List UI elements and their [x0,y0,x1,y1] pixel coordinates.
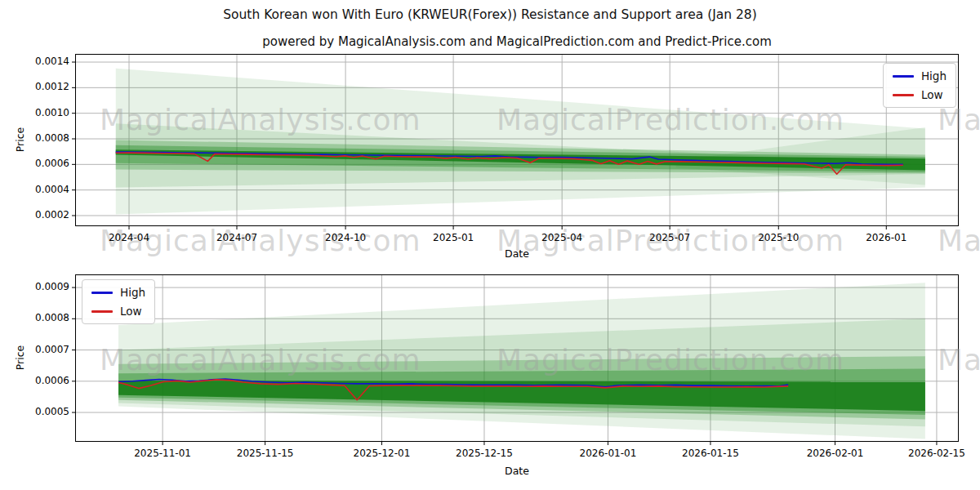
y-tick-label: 0.0009 [22,281,69,292]
x-tick-label: 2026-02-01 [807,448,864,459]
top-chart-legend: High Low [883,63,956,108]
y-tick-label: 0.0004 [22,184,69,195]
x-tick-label: 2024-07 [216,232,257,243]
y-tick-label: 0.0005 [22,406,69,417]
high-line-swatch [893,75,914,78]
legend-label-low: Low [120,305,142,318]
x-tick-label: 2024-04 [109,232,149,243]
x-tick-label: 2025-12-15 [456,448,513,459]
x-tick-label: 2026-02-15 [908,448,965,459]
top-chart-x-axis-label: Date [75,247,959,260]
x-tick-label: 2026-01-01 [580,448,637,459]
y-tick-label: 0.0012 [22,81,69,92]
figure-canvas: South Korean won With Euro (KRWEUR(Forex… [0,0,980,490]
x-tick-label: 2025-01 [433,232,474,243]
low-line-swatch [91,310,113,313]
y-tick-label: 0.0006 [22,375,69,386]
y-tick-label: 0.0002 [22,209,69,220]
x-tick-label: 2025-04 [541,232,582,243]
legend-entry-high: High [91,286,145,299]
legend-label-high: High [921,69,947,82]
x-tick-label: 2026-01 [866,232,906,243]
x-tick-label: 2025-11-01 [134,448,191,459]
legend-entry-high: High [893,69,947,82]
legend-entry-low: Low [893,88,947,101]
bottom-chart-legend: High Low [82,279,155,324]
figure-subtitle: powered by MagicalAnalysis.com and Magic… [75,34,959,49]
legend-entry-low: Low [91,305,145,318]
bottom-chart-x-axis-label: Date [75,465,959,477]
top-chart-plot-area: High Low [75,54,959,226]
high-line-swatch [91,292,113,294]
x-tick-label: 2025-12-01 [354,448,411,459]
x-tick-label: 2025-11-15 [237,448,294,459]
y-tick-label: 0.0006 [22,158,69,169]
x-tick-label: 2025-07 [649,232,690,243]
y-tick-label: 0.0008 [22,132,69,144]
y-tick-label: 0.0014 [22,56,69,67]
y-tick-label: 0.0007 [22,344,69,355]
legend-label-high: High [120,286,145,299]
figure-title: South Korean won With Euro (KRWEUR(Forex… [0,7,980,22]
x-tick-label: 2024-10 [325,232,366,243]
legend-label-low: Low [921,88,943,101]
x-tick-label: 2025-10 [758,232,799,243]
x-tick-label: 2026-01-15 [682,448,739,459]
y-tick-label: 0.0010 [22,107,69,118]
y-tick-label: 0.0008 [22,312,69,323]
bottom-chart-plot-area: High Low [75,274,959,442]
low-line-swatch [893,94,914,96]
top-chart-canvas [75,54,959,226]
bottom-chart-canvas [75,274,959,442]
